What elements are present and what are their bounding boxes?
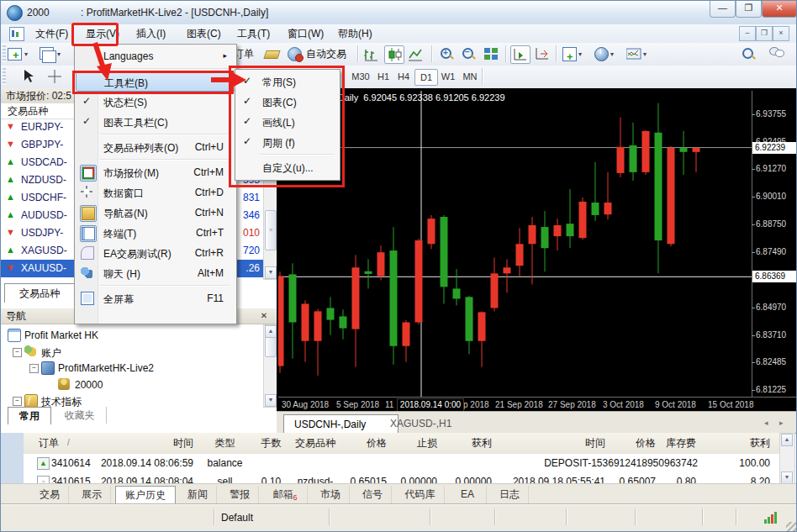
terminal-tab-8[interactable]: 代码库	[396, 486, 445, 503]
navigator-tab-0[interactable]: 常用	[8, 407, 51, 424]
terminal-tab-3[interactable]: 新闻	[179, 486, 217, 503]
period-button-H1[interactable]: H1	[374, 69, 393, 84]
period-button-MN[interactable]: MN	[460, 69, 480, 84]
terminal-column-header-1[interactable]: 时间	[97, 433, 202, 453]
profile-name[interactable]: Default	[221, 512, 253, 524]
resize-grip[interactable]	[786, 522, 797, 532]
child-minimize-button[interactable]: –	[739, 26, 756, 41]
terminal-tab-2[interactable]: 账户历史	[115, 486, 176, 505]
view-menu-item-12[interactable]: EA交易测试(R)Ctrl+R	[76, 243, 234, 263]
terminal-tab-10[interactable]: 日志	[491, 486, 529, 503]
navigator-tree-item-2[interactable]: −ProfitMarketHK-Live2	[1, 360, 253, 376]
view-menu-item-6[interactable]: 交易品种列表(O)Ctrl+U	[76, 137, 234, 157]
terminal-column-header-10[interactable]: 库存费	[664, 433, 705, 453]
terminal-tab-1[interactable]: 展示	[73, 486, 111, 503]
collapse-expander-icon[interactable]: −	[13, 348, 22, 357]
candlestick-button[interactable]	[384, 45, 404, 64]
terminal-tab-5[interactable]: 邮箱6	[263, 486, 308, 503]
market-watch-tab-symbols[interactable]: 交易品种	[4, 283, 75, 303]
menubar-item-6[interactable]: 帮助(H)	[332, 27, 378, 41]
chat-icon[interactable]	[769, 45, 786, 62]
chart-tabs-left-icon[interactable]: ◂	[764, 419, 768, 427]
menubar-item-0[interactable]: 文件(F)	[29, 27, 74, 41]
crosshair-icon[interactable]	[46, 68, 63, 85]
gold-bars-icon[interactable]	[265, 45, 282, 62]
terminal-column-header-4[interactable]: 交易品种	[294, 433, 345, 453]
menubar-item-1[interactable]: 显示(V)	[80, 27, 125, 41]
navigator-tab-1[interactable]: 收藏夹	[53, 407, 107, 424]
autotrading-button[interactable]: 自动交易	[288, 45, 355, 62]
terminal-column-header-2[interactable]: 类型	[202, 433, 256, 453]
terminal-tab-9[interactable]: EA	[449, 486, 487, 503]
view-menu-item-11[interactable]: 终端(T)Ctrl+T	[76, 223, 234, 243]
close-button[interactable]: ✕	[762, 1, 797, 18]
toolbar-grip[interactable]	[3, 68, 6, 85]
zoom-in-icon[interactable]: +	[439, 45, 456, 62]
navigator-close-icon[interactable]: ✕	[258, 311, 270, 322]
restore-button[interactable]: ❐	[736, 1, 762, 18]
terminal-column-header-6[interactable]: 止损	[395, 433, 446, 453]
navigator-tree-item-1[interactable]: −账户	[1, 344, 253, 360]
indicators-button[interactable]: + ▾	[562, 45, 586, 62]
view-menu-item-9[interactable]: 数据窗口Ctrl+D	[76, 182, 234, 203]
terminal-column-header-7[interactable]: 获利	[446, 433, 500, 453]
auto-scroll-button[interactable]	[510, 45, 530, 64]
periods-button[interactable]: ▾	[594, 45, 618, 62]
collapse-expander-icon[interactable]: −	[29, 364, 39, 373]
view-menu-item-15[interactable]: 全屏幕F11	[76, 288, 234, 308]
menubar-item-2[interactable]: 插入(I)	[130, 27, 172, 41]
templates-button[interactable]: ▾	[626, 45, 650, 62]
search-icon[interactable]	[741, 45, 756, 62]
toolbars-submenu-item-0[interactable]: ✓常用(S)	[236, 71, 338, 92]
toolbars-submenu-item-5[interactable]: 自定义(u)...	[236, 157, 338, 177]
view-menu-item-2[interactable]: 工具栏(B)	[76, 71, 235, 92]
menubar-item-5[interactable]: 窗口(W)	[282, 27, 330, 41]
period-button-W1[interactable]: W1	[438, 69, 458, 84]
terminal-column-header-11[interactable]: 获利	[705, 433, 779, 453]
zoom-out-icon[interactable]: −	[461, 45, 478, 62]
terminal-tab-0[interactable]: 交易	[31, 486, 69, 503]
toolbars-submenu-item-1[interactable]: ✓图表(C)	[236, 92, 338, 112]
chart-plot[interactable]	[278, 91, 752, 397]
terminal-column-header-8[interactable]: 时间	[500, 433, 614, 453]
view-menu-item-8[interactable]: 市场报价(M)Ctrl+M	[76, 162, 234, 182]
view-menu-item-4[interactable]: ✓图表工具栏(C)	[76, 112, 234, 132]
navigator-tree-item-0[interactable]: Profit Market HK	[1, 327, 253, 343]
minimize-button[interactable]: —	[710, 1, 736, 18]
chart-tab-1[interactable]: XAGUSD-,H1	[380, 414, 476, 434]
new-chart-button[interactable]: + ▾	[8, 45, 33, 62]
view-menu-item-3[interactable]: ✓状态栏(S)	[76, 92, 234, 112]
tile-windows-icon[interactable]	[483, 45, 500, 62]
child-close-button[interactable]: ×	[773, 26, 789, 41]
terminal-column-header-5[interactable]: 价格	[345, 433, 395, 453]
terminal-row-3410614[interactable]: ▲34106142018.09.14 08:06:59balance100.00…	[24, 454, 779, 472]
bar-chart-icon[interactable]	[364, 45, 379, 62]
view-menu-item-13[interactable]: 聊天 (H)Alt+M	[76, 263, 234, 283]
terminal-tab-6[interactable]: 市场	[312, 486, 350, 503]
line-chart-icon[interactable]	[408, 45, 423, 62]
toolbars-submenu-item-2[interactable]: ✓画线(L)	[236, 112, 338, 132]
toolbars-submenu-item-3[interactable]: ✓周期 (f)	[236, 132, 338, 152]
toolbar-grip[interactable]	[3, 45, 6, 62]
terminal-scrollbar[interactable]: ▲ ▼	[779, 433, 795, 485]
navigator-tree-item-3[interactable]: 20000	[1, 377, 253, 392]
chart-tabs-right-icon[interactable]: ▸	[779, 419, 784, 427]
terminal-column-header-3[interactable]: 手数	[256, 433, 294, 453]
terminal-tab-7[interactable]: 信号	[354, 486, 392, 503]
terminal-row-3410615[interactable]: ▫34106152018.09.14 08:08:04sell0.10nzdus…	[24, 472, 779, 483]
menubar-item-3[interactable]: 图表(C)	[181, 27, 227, 41]
period-button-M30[interactable]: M30	[349, 69, 372, 84]
period-button-H4[interactable]: H4	[394, 69, 413, 84]
terminal-tab-4[interactable]: 警报	[221, 486, 259, 503]
chart-shift-icon[interactable]	[534, 45, 551, 62]
child-restore-button[interactable]: ❐	[756, 26, 773, 41]
period-button-D1[interactable]: D1	[414, 69, 438, 86]
view-menu-item-0[interactable]: Languages▸	[76, 46, 234, 66]
menubar-item-4[interactable]: 工具(T)	[231, 27, 276, 41]
cursor-icon[interactable]	[21, 68, 38, 85]
terminal-column-header-0[interactable]: 订单/	[24, 433, 103, 453]
profiles-button[interactable]: ▾	[40, 45, 65, 62]
view-menu-item-10[interactable]: 导航器(N)Ctrl+N	[76, 203, 234, 223]
terminal-column-header-9[interactable]: 价格	[614, 433, 664, 453]
collapse-expander-icon[interactable]: −	[13, 397, 22, 406]
